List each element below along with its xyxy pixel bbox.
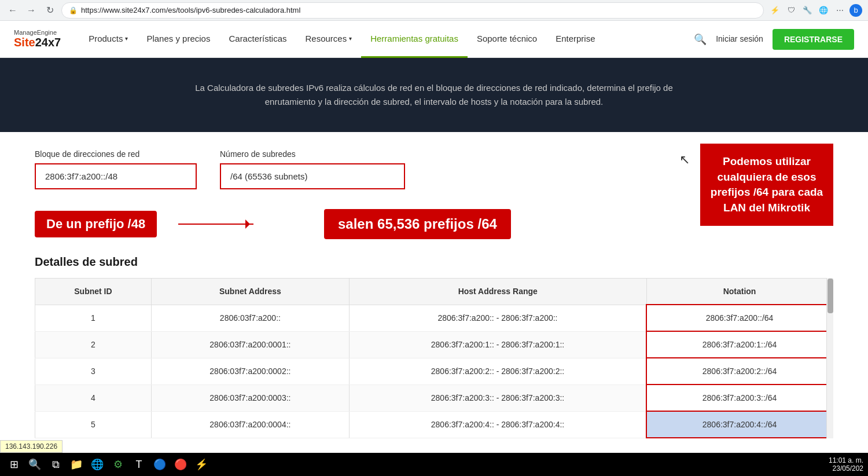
logo-manage-engine: ManageEngine [14, 29, 61, 36]
cell-subnet-3: 2806:03f7:a200:0002:: [151, 358, 349, 385]
header-row: Subnet ID Subnet Address Host Address Ra… [35, 279, 833, 305]
prefix64-annotation: salen 65,536 prefijos /64 [324, 209, 511, 239]
lock-icon: 🔒 [69, 6, 78, 14]
cell-subnet-1: 2806:03f7:a200:: [151, 305, 349, 331]
network-label: Bloque de direcciones de red [35, 149, 197, 159]
cell-id-1: 1 [35, 305, 152, 331]
cell-id-2: 2 [35, 331, 152, 358]
nav-herramientas[interactable]: Herramientas gratuitas [361, 21, 468, 58]
table-body: 1 2806:03f7:a200:: 2806:3f7:a200:: - 280… [35, 305, 833, 438]
col-subnet-id: Subnet ID [35, 279, 152, 305]
products-chevron: ▾ [125, 35, 128, 42]
address-bar[interactable]: 🔒 https://www.site24x7.com/es/tools/ipv6… [61, 2, 764, 19]
subnets-input[interactable] [220, 163, 405, 189]
table-row: 1 2806:03f7:a200:: 2806:3f7:a200:: - 280… [35, 305, 833, 331]
refresh-button[interactable]: ↻ [43, 3, 57, 17]
table-row: 4 2806:03f7:a200:0003:: 2806:3f7:a200:3:… [35, 385, 833, 411]
logo-accent: Site [14, 36, 35, 49]
url-text: https://www.site24x7.com/es/tools/ipv6-s… [81, 6, 756, 14]
subnets-field-group: Número de subredes [220, 149, 405, 189]
cell-range-3: 2806:3f7:a200:2:: - 2806:3f7:a200:2:: [349, 358, 646, 385]
down-arrow-annotation: ↓ [762, 166, 771, 186]
nav-caracteristicas[interactable]: Características [219, 21, 296, 58]
register-button[interactable]: REGISTRARSE [773, 29, 854, 50]
navigation: ManageEngine SiteSite24x724x7 Products ▾… [0, 21, 868, 58]
nav-products[interactable]: Products ▾ [79, 21, 137, 58]
cell-range-4: 2806:3f7:a200:3:: - 2806:3f7:a200:3:: [349, 385, 646, 411]
col-notation: Notation [646, 279, 833, 305]
cursor-icon: ↖ [679, 152, 690, 167]
browser-extension-icons: ⚡ 🛡 🔧 🌐 ⋯ b [768, 4, 862, 17]
cell-subnet-5: 2806:03f7:a200:0004:: [151, 411, 349, 438]
nav-resources[interactable]: Resources ▾ [296, 21, 361, 58]
logo-site24x7: SiteSite24x724x7 [14, 36, 61, 49]
table-container: Subnet ID Subnet Address Host Address Ra… [35, 278, 833, 438]
search-icon[interactable]: 🔍 [694, 33, 707, 46]
ext-icon-4[interactable]: 🌐 [817, 4, 830, 17]
cell-notation-3: 2806:3f7:a200:2::/64 [646, 358, 833, 385]
nav-soporte[interactable]: Soporte técnico [468, 21, 546, 58]
arrow-head [245, 219, 255, 229]
nav-items: Products ▾ Planes y precios Característi… [79, 21, 694, 58]
forward-button[interactable]: → [24, 3, 38, 17]
cell-id-5: 5 [35, 411, 152, 438]
scroll-thumb[interactable] [827, 279, 833, 313]
resources-chevron: ▾ [349, 35, 352, 42]
cell-range-2: 2806:3f7:a200:1:: - 2806:3f7:a200:1:: [349, 331, 646, 358]
table-header: Subnet ID Subnet Address Host Address Ra… [35, 279, 833, 305]
scrollbar[interactable] [826, 278, 833, 438]
ext-icon-1[interactable]: ⚡ [768, 4, 781, 17]
nav-planes[interactable]: Planes y precios [137, 21, 219, 58]
cell-subnet-4: 2806:03f7:a200:0003:: [151, 385, 349, 411]
col-host-range: Host Address Range [349, 279, 646, 305]
col-subnet-address: Subnet Address [151, 279, 349, 305]
section-title: Detalles de subred [35, 255, 833, 269]
ext-icon-3[interactable]: 🔧 [801, 4, 814, 17]
hero-description: La Calculadora de subredes IPv6 realiza … [174, 81, 694, 109]
cell-id-3: 3 [35, 358, 152, 385]
cell-notation-4: 2806:3f7:a200:3::/64 [646, 385, 833, 411]
network-input[interactable] [35, 163, 197, 189]
cell-notation-5: 2806:3f7:a200:4::/64 [646, 411, 833, 438]
cell-range-5: 2806:3f7:a200:4:: - 2806:3f7:a200:4:: [349, 411, 646, 438]
cell-notation-2: 2806:3f7:a200:1::/64 [646, 331, 833, 358]
cell-subnet-2: 2806:03f7:a200:0001:: [151, 331, 349, 358]
ext-icon-5[interactable]: ⋯ [833, 4, 846, 17]
arrow-line [178, 224, 253, 225]
ip-tooltip: 136.143.190.226 [0, 440, 62, 453]
hero-banner: La Calculadora de subredes IPv6 realiza … [0, 58, 868, 132]
content-container: Podemos utilizar cualquiera de esos pref… [35, 149, 833, 438]
table-row: 2 2806:03f7:a200:0001:: 2806:3f7:a200:1:… [35, 331, 833, 358]
subnets-label: Número de subredes [220, 149, 405, 159]
logo-area: ManageEngine SiteSite24x724x7 [14, 29, 61, 49]
cell-id-4: 4 [35, 385, 152, 411]
profile-icon[interactable]: b [849, 4, 862, 17]
signin-link[interactable]: Iniciar sesión [716, 34, 763, 44]
cell-notation-1: 2806:3f7:a200::/64 [646, 305, 833, 331]
nav-enterprise[interactable]: Enterprise [546, 21, 604, 58]
cell-range-1: 2806:3f7:a200:: - 2806:3f7:a200:: [349, 305, 646, 331]
main-content: Podemos utilizar cualquiera de esos pref… [0, 132, 868, 453]
ext-icon-2[interactable]: 🛡 [785, 4, 797, 17]
subnet-table: Subnet ID Subnet Address Host Address Ra… [35, 278, 833, 438]
browser-chrome: ← → ↻ 🔒 https://www.site24x7.com/es/tool… [0, 0, 868, 21]
nav-right: 🔍 Iniciar sesión REGISTRARSE [694, 29, 854, 50]
page-wrapper: ManageEngine SiteSite24x724x7 Products ▾… [0, 21, 868, 453]
table-row: 3 2806:03f7:a200:0002:: 2806:3f7:a200:2:… [35, 358, 833, 385]
table-row: 5 2806:03f7:a200:0004:: 2806:3f7:a200:4:… [35, 411, 833, 438]
back-button[interactable]: ← [6, 3, 20, 17]
network-field-group: Bloque de direcciones de red [35, 149, 197, 189]
prefix48-annotation: De un prefijo /48 [35, 211, 157, 237]
